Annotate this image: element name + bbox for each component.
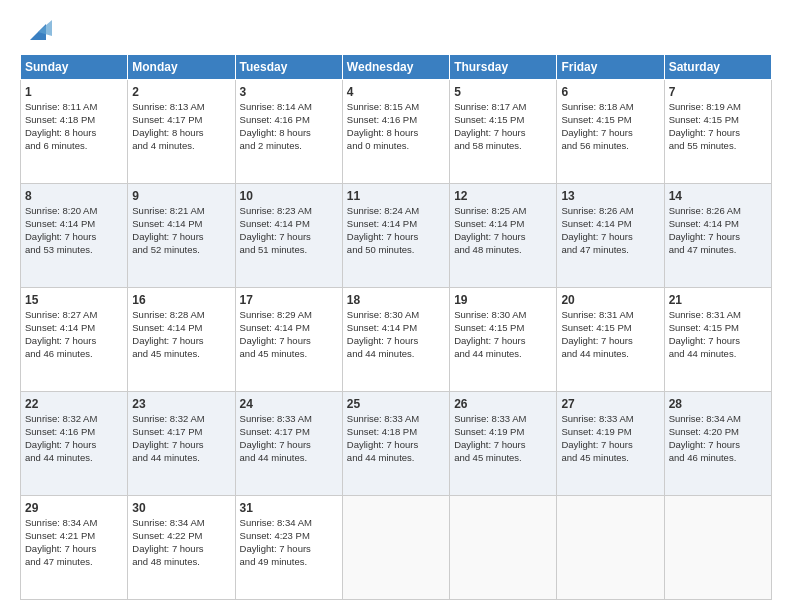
calendar-cell: 4Sunrise: 8:15 AMSunset: 4:16 PMDaylight… xyxy=(342,80,449,184)
calendar-table: SundayMondayTuesdayWednesdayThursdayFrid… xyxy=(20,54,772,600)
day-number: 25 xyxy=(347,396,445,412)
header xyxy=(20,16,772,44)
day-number: 16 xyxy=(132,292,230,308)
calendar-cell: 18Sunrise: 8:30 AMSunset: 4:14 PMDayligh… xyxy=(342,288,449,392)
calendar-cell: 5Sunrise: 8:17 AMSunset: 4:15 PMDaylight… xyxy=(450,80,557,184)
logo-icon xyxy=(24,16,52,44)
calendar-cell: 9Sunrise: 8:21 AMSunset: 4:14 PMDaylight… xyxy=(128,184,235,288)
calendar-cell: 17Sunrise: 8:29 AMSunset: 4:14 PMDayligh… xyxy=(235,288,342,392)
day-header-tuesday: Tuesday xyxy=(235,55,342,80)
day-number: 7 xyxy=(669,84,767,100)
calendar-cell: 30Sunrise: 8:34 AMSunset: 4:22 PMDayligh… xyxy=(128,496,235,600)
calendar-cell: 16Sunrise: 8:28 AMSunset: 4:14 PMDayligh… xyxy=(128,288,235,392)
calendar-cell: 19Sunrise: 8:30 AMSunset: 4:15 PMDayligh… xyxy=(450,288,557,392)
logo xyxy=(20,16,52,44)
day-number: 11 xyxy=(347,188,445,204)
calendar-cell: 29Sunrise: 8:34 AMSunset: 4:21 PMDayligh… xyxy=(21,496,128,600)
day-number: 20 xyxy=(561,292,659,308)
calendar-cell xyxy=(557,496,664,600)
calendar-cell: 13Sunrise: 8:26 AMSunset: 4:14 PMDayligh… xyxy=(557,184,664,288)
day-number: 21 xyxy=(669,292,767,308)
day-header-saturday: Saturday xyxy=(664,55,771,80)
day-number: 24 xyxy=(240,396,338,412)
day-header-wednesday: Wednesday xyxy=(342,55,449,80)
day-number: 18 xyxy=(347,292,445,308)
calendar-cell xyxy=(342,496,449,600)
calendar-cell: 1Sunrise: 8:11 AMSunset: 4:18 PMDaylight… xyxy=(21,80,128,184)
calendar-cell: 11Sunrise: 8:24 AMSunset: 4:14 PMDayligh… xyxy=(342,184,449,288)
day-number: 2 xyxy=(132,84,230,100)
day-header-monday: Monday xyxy=(128,55,235,80)
day-number: 15 xyxy=(25,292,123,308)
calendar-cell: 23Sunrise: 8:32 AMSunset: 4:17 PMDayligh… xyxy=(128,392,235,496)
calendar-cell: 2Sunrise: 8:13 AMSunset: 4:17 PMDaylight… xyxy=(128,80,235,184)
calendar-cell: 15Sunrise: 8:27 AMSunset: 4:14 PMDayligh… xyxy=(21,288,128,392)
calendar-cell: 24Sunrise: 8:33 AMSunset: 4:17 PMDayligh… xyxy=(235,392,342,496)
calendar-cell: 21Sunrise: 8:31 AMSunset: 4:15 PMDayligh… xyxy=(664,288,771,392)
day-number: 9 xyxy=(132,188,230,204)
calendar-cell: 7Sunrise: 8:19 AMSunset: 4:15 PMDaylight… xyxy=(664,80,771,184)
calendar-cell: 3Sunrise: 8:14 AMSunset: 4:16 PMDaylight… xyxy=(235,80,342,184)
day-number: 6 xyxy=(561,84,659,100)
calendar-cell: 28Sunrise: 8:34 AMSunset: 4:20 PMDayligh… xyxy=(664,392,771,496)
day-number: 27 xyxy=(561,396,659,412)
day-number: 4 xyxy=(347,84,445,100)
day-number: 13 xyxy=(561,188,659,204)
calendar-cell xyxy=(450,496,557,600)
calendar-cell: 27Sunrise: 8:33 AMSunset: 4:19 PMDayligh… xyxy=(557,392,664,496)
day-number: 1 xyxy=(25,84,123,100)
day-number: 8 xyxy=(25,188,123,204)
day-number: 29 xyxy=(25,500,123,516)
calendar-cell: 26Sunrise: 8:33 AMSunset: 4:19 PMDayligh… xyxy=(450,392,557,496)
calendar-cell: 6Sunrise: 8:18 AMSunset: 4:15 PMDaylight… xyxy=(557,80,664,184)
day-number: 10 xyxy=(240,188,338,204)
day-number: 31 xyxy=(240,500,338,516)
calendar-cell: 14Sunrise: 8:26 AMSunset: 4:14 PMDayligh… xyxy=(664,184,771,288)
day-number: 3 xyxy=(240,84,338,100)
day-number: 22 xyxy=(25,396,123,412)
day-number: 19 xyxy=(454,292,552,308)
calendar-cell: 22Sunrise: 8:32 AMSunset: 4:16 PMDayligh… xyxy=(21,392,128,496)
day-number: 5 xyxy=(454,84,552,100)
page: SundayMondayTuesdayWednesdayThursdayFrid… xyxy=(0,0,792,612)
day-number: 23 xyxy=(132,396,230,412)
day-number: 14 xyxy=(669,188,767,204)
day-header-sunday: Sunday xyxy=(21,55,128,80)
calendar-cell: 10Sunrise: 8:23 AMSunset: 4:14 PMDayligh… xyxy=(235,184,342,288)
day-header-friday: Friday xyxy=(557,55,664,80)
calendar-cell: 20Sunrise: 8:31 AMSunset: 4:15 PMDayligh… xyxy=(557,288,664,392)
day-number: 12 xyxy=(454,188,552,204)
calendar-cell: 31Sunrise: 8:34 AMSunset: 4:23 PMDayligh… xyxy=(235,496,342,600)
day-header-thursday: Thursday xyxy=(450,55,557,80)
day-number: 28 xyxy=(669,396,767,412)
day-number: 30 xyxy=(132,500,230,516)
calendar-cell: 8Sunrise: 8:20 AMSunset: 4:14 PMDaylight… xyxy=(21,184,128,288)
calendar-cell xyxy=(664,496,771,600)
day-number: 17 xyxy=(240,292,338,308)
calendar-cell: 12Sunrise: 8:25 AMSunset: 4:14 PMDayligh… xyxy=(450,184,557,288)
calendar-cell: 25Sunrise: 8:33 AMSunset: 4:18 PMDayligh… xyxy=(342,392,449,496)
day-number: 26 xyxy=(454,396,552,412)
